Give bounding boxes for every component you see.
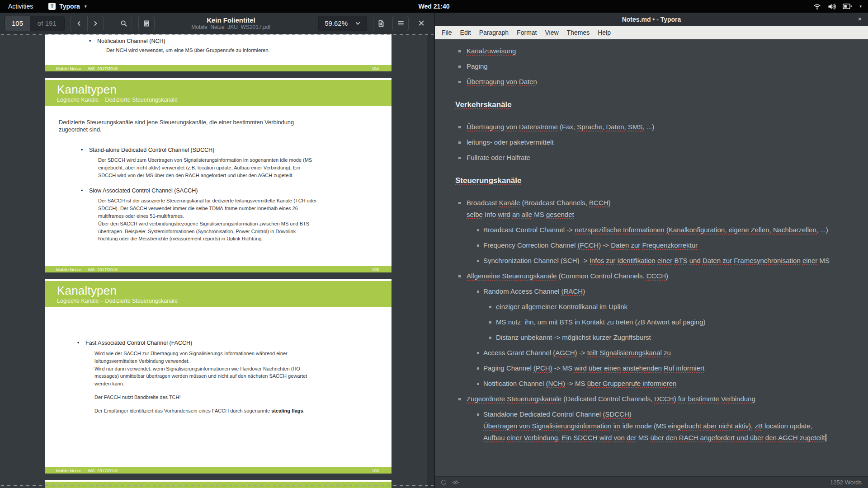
misspelled-word: (Kanalkonfiguration, <box>666 226 726 234</box>
pdf-page-106: Kanaltypen Logische Kanäle – Dedizierte … <box>45 279 392 474</box>
footer-page-number: 104 <box>372 66 379 71</box>
misspelled-word: Verbindung. <box>524 434 560 441</box>
slide-title: Kanaltypen <box>57 83 392 96</box>
menu-view[interactable]: View <box>541 26 562 39</box>
misspelled-word: von <box>506 78 517 85</box>
gnome-top-bar: Activities T Typora ▾ Wed 21:40 ▾ <box>0 0 868 13</box>
hamburger-menu-button[interactable] <box>392 16 409 31</box>
note-text: leitungs- oder paketvermittelt <box>467 138 554 146</box>
slide-title: Kanaltypen <box>57 284 392 297</box>
bullet-marker-icon <box>458 141 461 144</box>
wifi-icon <box>813 3 821 10</box>
misspelled-word: Steuerungskanäle <box>502 272 557 280</box>
page-number-input[interactable]: 105 <box>5 16 30 31</box>
note-bullet-item[interactable]: Access Grant Channel (AGCH) -> teilt Sig… <box>455 348 859 357</box>
footer-course: Mobile Netze <box>56 66 81 71</box>
note-text: Paging <box>467 62 488 70</box>
pdf-vertical-scrollbar[interactable] <box>427 34 434 488</box>
misspelled-word: Gruppenrufe <box>603 380 641 387</box>
bullet-marker-icon <box>477 260 479 262</box>
misspelled-word: AGCH <box>778 434 797 441</box>
bullet-icon: • <box>89 38 97 44</box>
note-text-continuation: selbe Info wird an alle MS gesendet <box>467 210 859 219</box>
misspelled-word: Verkehrskanäle <box>455 100 512 109</box>
slide-bullet-heading: •Stand-alone Dedicated Control Channel (… <box>89 147 392 153</box>
zoom-level-dropdown[interactable]: 59.62% <box>318 16 367 31</box>
markdown-editor[interactable]: KanalzuweisungPagingÜbertragung von Date… <box>435 39 868 476</box>
note-bullet-item[interactable]: Übertragung von Daten <box>455 77 859 86</box>
misspelled-word: und <box>736 434 748 441</box>
search-button[interactable] <box>116 16 132 31</box>
misspelled-word: Daten, <box>606 123 626 131</box>
slide-paragraph: Der SDCCH wird zum Übertragen von Signal… <box>98 156 369 179</box>
region-dashed-border-bottom <box>1 485 434 486</box>
misspelled-word: DCCH) <box>654 395 676 403</box>
note-bullet-item[interactable]: Broadcast Kanäle (Broadcast Channels, BC… <box>455 198 859 219</box>
desktop: Activities T Typora ▾ Wed 21:40 ▾ 105 <box>0 0 868 488</box>
note-bullet-item[interactable]: leitungs- oder paketvermittelt <box>455 138 859 147</box>
menu-themes[interactable]: Themes <box>563 26 594 39</box>
footer-term: WS 2017/2018 <box>88 468 118 473</box>
note-text: Random Access Channel (RACH) <box>483 287 585 295</box>
clock[interactable]: Wed 21:40 <box>419 3 450 10</box>
slide-footer: Mobile Netze WS 2017/2018 106 <box>45 467 392 474</box>
typora-close-button[interactable]: × <box>852 13 868 26</box>
note-bullet-item[interactable]: Kanalzuweisung <box>455 47 859 56</box>
bullet-icon: • <box>81 147 83 153</box>
document-title: Kein Folientitel <box>149 16 313 24</box>
note-bullet-item[interactable]: Frequency Correction Channel (FCCH) -> D… <box>455 241 859 250</box>
slide-paragraph: Der SACCH ist der assoziierte Steuerungs… <box>98 197 369 243</box>
note-bullet-item[interactable]: Notification Channel (NCH) -> MS über Gr… <box>455 379 859 388</box>
note-heading[interactable]: Steuerungskanäle <box>455 176 859 186</box>
misspelled-word: Allgemeine <box>467 272 500 280</box>
note-bullet-item[interactable]: Paging <box>455 62 859 71</box>
bullet-marker-icon <box>489 306 491 308</box>
note-bullet-item[interactable]: einziger allgemeiner Kontrollkanal im Up… <box>455 302 859 311</box>
note-heading[interactable]: Verkehrskanäle <box>455 100 859 110</box>
bullet-marker-icon <box>477 352 479 354</box>
misspelled-word: eigene <box>728 226 749 234</box>
note-bullet-item[interactable]: Allgemeine Steuerungskanäle (Common Cont… <box>455 272 859 281</box>
chevron-down-icon: ▾ <box>85 4 87 9</box>
system-status-area[interactable]: ▾ <box>813 0 862 13</box>
misspelled-word: Frequenzkorrektur <box>642 241 698 249</box>
pdf-close-button[interactable]: ✕ <box>413 16 430 31</box>
document-properties-button[interactable] <box>373 16 389 31</box>
pdf-scroll-area[interactable]: •Notification Channel (NCH) Der NCH wird… <box>0 34 434 488</box>
misspelled-word: wird <box>599 434 612 441</box>
activities-button[interactable]: Activities <box>8 3 33 10</box>
note-bullet-item[interactable]: Fullrate oder Halfrate <box>455 153 859 162</box>
note-bullet-item[interactable]: Paging Channel (PCH) -> MS wird über ein… <box>455 364 859 373</box>
menu-paragraph[interactable]: Paragraph <box>475 26 513 39</box>
note-text: einziger allgemeiner Kontrollkanal im Up… <box>496 303 627 310</box>
misspelled-word: Steuerungskanäle <box>455 176 521 185</box>
note-bullet-item[interactable]: Übertragung von Datenströme (Fax, Sprach… <box>455 122 859 131</box>
note-bullet-item[interactable]: Broadcast Control Channel -> netzspezifi… <box>455 225 859 235</box>
slide-paragraph: Wird wie der SACCH zur Übertragung von S… <box>94 350 370 388</box>
menu-file[interactable]: File <box>438 26 456 39</box>
previous-page-button[interactable] <box>71 16 87 31</box>
note-bullet-item[interactable]: Standalone Dedicated Control Channel (SD… <box>455 410 859 442</box>
bullet-marker-icon <box>458 398 461 400</box>
focused-app-menu[interactable]: T Typora ▾ <box>48 3 86 10</box>
menu-help[interactable]: Help <box>594 26 615 39</box>
note-bullet-item[interactable]: Synchronization Channel (SCH) -> Infos z… <box>455 256 859 265</box>
menu-edit[interactable]: Edit <box>456 26 475 39</box>
note-bullet-item[interactable]: MS nutz ihn, um mit BTS in Kontakt zu tr… <box>455 318 859 327</box>
note-text: Synchronization Channel (SCH) -> Infos z… <box>483 257 830 264</box>
page-total-label: of 191 <box>30 16 64 31</box>
bullet-marker-icon <box>458 157 461 159</box>
menu-format[interactable]: Format <box>513 26 541 39</box>
misspelled-word: über <box>589 364 602 372</box>
note-bullet-item[interactable]: Distanz unbekannt -> möglichst kurzer Zu… <box>455 333 859 342</box>
misspelled-word: Übertragen <box>483 422 517 430</box>
note-bullet-item[interactable]: Zugeordnete Steuerungskanäle (Dedicated … <box>455 394 859 404</box>
note-bullet-item[interactable]: Random Access Channel (RACH) <box>455 287 859 296</box>
focus-mode-icon[interactable] <box>441 480 446 485</box>
next-page-button[interactable] <box>87 16 104 31</box>
misspelled-word: von <box>614 434 625 441</box>
misspelled-word: von <box>519 422 530 430</box>
bullet-marker-icon <box>458 50 461 52</box>
slide-subtitle: Logische Kanäle – Dedizierte Steuerungsk… <box>57 298 392 304</box>
source-code-mode-icon[interactable]: </> <box>452 479 458 486</box>
